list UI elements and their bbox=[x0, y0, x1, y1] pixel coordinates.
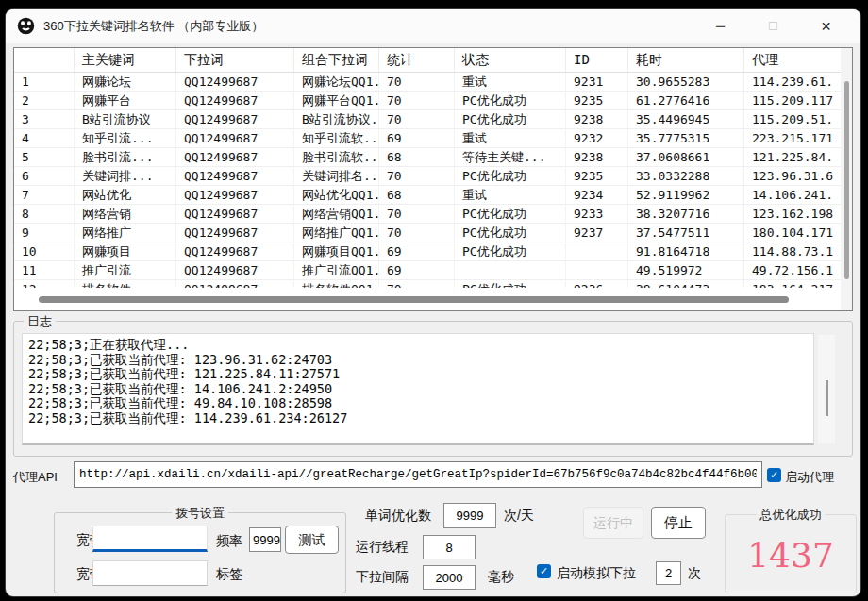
log-line: 22;58;3;已获取当前代理: 114.239.61.234:26127 bbox=[28, 411, 813, 426]
table-vscroll-thumb[interactable] bbox=[844, 81, 849, 279]
stop-button[interactable]: 停止 bbox=[651, 507, 706, 539]
app-logo-icon bbox=[17, 17, 35, 35]
column-header-num[interactable] bbox=[14, 48, 75, 72]
cell-num: 12 bbox=[14, 280, 75, 288]
cell-proxy: 115.209.51. bbox=[744, 110, 852, 128]
simulate-count-input[interactable] bbox=[656, 561, 681, 585]
cell-count: 70 bbox=[379, 73, 455, 91]
table-row[interactable]: 5脸书引流...QQ12499687脸书引流软...68等待主关键...9238… bbox=[14, 148, 852, 167]
table-row[interactable]: 1网赚论坛QQ12499687网赚论坛QQ1...70重试923130.9655… bbox=[14, 73, 852, 92]
proxy-api-input[interactable] bbox=[74, 461, 762, 488]
table-row[interactable]: 12排名软件QQ12499687排名软件QQ1...70PC优化成功923638… bbox=[14, 280, 852, 288]
table-row[interactable]: 3B站引流协议QQ12499687B站引流协议...70PC优化成功923835… bbox=[14, 110, 852, 129]
table-row[interactable]: 10网赚项目QQ12499687网赚项目QQ1...69PC优化成功91.816… bbox=[14, 242, 852, 261]
cell-num: 3 bbox=[14, 110, 75, 128]
cell-keyword: 网赚论坛 bbox=[75, 73, 176, 91]
log-groupbox: 日志 22;58;3;正在获取代理...22;58;3;已获取当前代理: 123… bbox=[13, 321, 853, 457]
table-vertical-scrollbar[interactable] bbox=[841, 48, 852, 310]
titlebar[interactable]: 360下拉关键词排名软件 （内部专业版） ─ ☐ ✕ bbox=[6, 9, 860, 43]
cell-combo-word: 网站优化QQ1... bbox=[294, 186, 379, 204]
cell-time: 61.2776416 bbox=[628, 92, 744, 109]
keyword-table: 主关键词下拉词组合下拉词统计状态ID耗时代理 1网赚论坛QQ12499687网赚… bbox=[13, 47, 853, 311]
cell-keyword: 脸书引流... bbox=[75, 148, 176, 166]
cell-num: 5 bbox=[14, 148, 75, 166]
column-header-status[interactable]: 状态 bbox=[455, 48, 566, 72]
cell-num: 4 bbox=[14, 129, 75, 147]
cell-keyword: B站引流协议 bbox=[75, 110, 176, 128]
broadband-password-input[interactable] bbox=[92, 560, 208, 586]
column-header-time[interactable]: 耗时 bbox=[628, 48, 744, 72]
cell-combo-word: 网络营销QQ1... bbox=[294, 205, 379, 223]
minimize-button[interactable]: ─ bbox=[699, 9, 742, 43]
simulate-unit: 次 bbox=[688, 565, 701, 582]
table-row[interactable]: 9网络推广QQ12499687网络推广QQ1...70PC优化成功923737.… bbox=[14, 224, 852, 242]
interval-unit: 毫秒 bbox=[488, 569, 514, 586]
broadband-account-input[interactable] bbox=[92, 526, 208, 552]
log-vertical-scrollbar[interactable] bbox=[818, 335, 835, 443]
enable-proxy-label: 启动代理 bbox=[785, 469, 834, 486]
cell-time: 35.7775315 bbox=[628, 129, 744, 147]
column-header-dropdown-word[interactable]: 下拉词 bbox=[176, 48, 294, 72]
interval-label: 下拉间隔 bbox=[356, 569, 409, 586]
cell-time: 30.9655283 bbox=[628, 73, 744, 91]
column-header-count[interactable]: 统计 bbox=[379, 48, 455, 72]
maximize-button[interactable]: ☐ bbox=[752, 9, 794, 43]
cell-dropdown-word: QQ12499687 bbox=[176, 92, 294, 109]
cell-status: PC优化成功 bbox=[455, 205, 566, 223]
cell-keyword: 推广引流 bbox=[75, 261, 176, 279]
cell-num: 6 bbox=[14, 167, 75, 185]
cell-status: PC优化成功 bbox=[455, 242, 566, 260]
cell-combo-word: 推广引流QQ1... bbox=[294, 261, 379, 279]
cell-keyword: 网络营销 bbox=[75, 205, 176, 223]
simulate-pulldown-label: 启动模拟下拉 bbox=[557, 565, 636, 582]
table-row[interactable]: 7网站优化QQ12499687网站优化QQ1...68重试923452.9119… bbox=[14, 186, 852, 205]
cell-keyword: 网赚平台 bbox=[75, 92, 176, 109]
word-opt-input[interactable] bbox=[443, 503, 496, 528]
table-row[interactable]: 6关键词排...QQ12499687关键词排名...70PC优化成功923533… bbox=[14, 167, 852, 186]
cell-status: PC优化成功 bbox=[455, 167, 566, 185]
column-header-id[interactable]: ID bbox=[566, 48, 628, 72]
threads-input[interactable] bbox=[423, 535, 476, 559]
cell-proxy: 115.209.117 bbox=[744, 92, 852, 109]
cell-dropdown-word: QQ12499687 bbox=[176, 129, 294, 147]
close-button[interactable]: ✕ bbox=[805, 9, 847, 43]
frequency-input[interactable] bbox=[249, 527, 281, 552]
cell-proxy: 49.72.156.1 bbox=[744, 261, 852, 279]
log-vscroll-thumb[interactable] bbox=[826, 380, 828, 416]
cell-count: 69 bbox=[379, 261, 455, 279]
column-header-proxy[interactable]: 代理 bbox=[744, 48, 852, 72]
cell-status bbox=[455, 261, 566, 279]
cell-id: 9238 bbox=[566, 148, 628, 166]
test-button[interactable]: 测试 bbox=[285, 526, 339, 554]
cell-status: 等待主关键... bbox=[455, 148, 566, 166]
cell-combo-word: 网赚平台QQ1... bbox=[294, 92, 379, 109]
enable-proxy-checkbox[interactable]: ✓ bbox=[767, 468, 781, 482]
cell-status: PC优化成功 bbox=[455, 92, 566, 109]
cell-combo-word: 网赚论坛QQ1... bbox=[294, 73, 379, 91]
cell-keyword: 网赚项目 bbox=[75, 242, 176, 260]
cell-proxy: 121.225.84. bbox=[744, 148, 852, 166]
table-horizontal-scrollbar[interactable] bbox=[39, 296, 789, 303]
cell-num: 9 bbox=[14, 224, 75, 242]
cell-proxy: 183.164.217 bbox=[744, 280, 852, 288]
cell-id: 9235 bbox=[566, 167, 628, 185]
window-title: 360下拉关键词排名软件 （内部专业版） bbox=[43, 18, 263, 35]
cell-count: 69 bbox=[379, 242, 455, 260]
simulate-pulldown-checkbox[interactable]: ✓ bbox=[537, 564, 551, 578]
table-row[interactable]: 11推广引流QQ12499687推广引流QQ1...6949.51997249.… bbox=[14, 261, 852, 280]
cell-id bbox=[566, 261, 628, 279]
table-row[interactable]: 8网络营销QQ12499687网络营销QQ1...70PC优化成功923338.… bbox=[14, 205, 852, 224]
column-header-combo-word[interactable]: 组合下拉词 bbox=[294, 48, 379, 72]
interval-input[interactable] bbox=[423, 565, 476, 590]
cell-proxy: 114.88.73.1 bbox=[744, 242, 852, 260]
table-header-row: 主关键词下拉词组合下拉词统计状态ID耗时代理 bbox=[14, 48, 852, 73]
log-line: 22;58;3;已获取当前代理: 14.106.241.2:24950 bbox=[28, 382, 813, 397]
cell-time: 35.4496945 bbox=[628, 110, 744, 128]
cell-id: 9236 bbox=[566, 280, 628, 288]
cell-id: 9235 bbox=[566, 92, 628, 109]
cell-dropdown-word: QQ12499687 bbox=[176, 167, 294, 185]
cell-count: 70 bbox=[379, 92, 455, 109]
table-row[interactable]: 4知乎引流...QQ12499687知乎引流软...69重试923235.777… bbox=[14, 129, 852, 148]
table-row[interactable]: 2网赚平台QQ12499687网赚平台QQ1...70PC优化成功923561.… bbox=[14, 92, 852, 110]
column-header-keyword[interactable]: 主关键词 bbox=[75, 48, 176, 72]
